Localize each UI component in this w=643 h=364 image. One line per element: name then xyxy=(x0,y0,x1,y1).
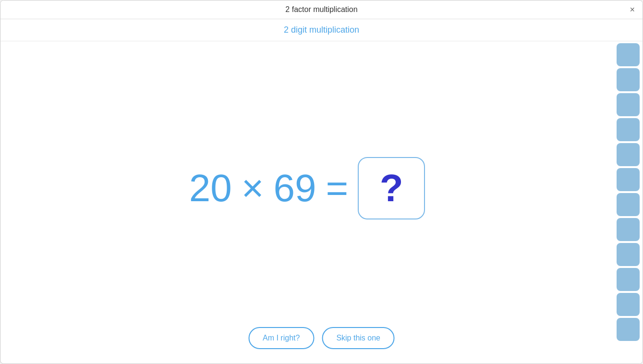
answer-box[interactable]: ? xyxy=(358,157,425,219)
multiply-operator: × xyxy=(242,166,264,210)
sidebar-tile[interactable] xyxy=(617,118,640,141)
main-content: 20 × 69 = ? Am I right? Skip this one xyxy=(0,41,643,364)
sidebar-tile[interactable] xyxy=(617,143,640,166)
sidebar-tile[interactable] xyxy=(617,318,640,341)
buttons-area: Am I right? Skip this one xyxy=(248,327,395,349)
skip-button[interactable]: Skip this one xyxy=(322,327,395,349)
operand2: 69 xyxy=(274,166,316,210)
sidebar-tile[interactable] xyxy=(617,193,640,216)
sidebar-tile[interactable] xyxy=(617,293,640,316)
sidebar-tile[interactable] xyxy=(617,243,640,266)
problem-area: 20 × 69 = ? Am I right? Skip this one xyxy=(0,41,614,364)
window-title: 2 factor multiplication xyxy=(285,5,357,14)
subtitle-bar: 2 digit multiplication xyxy=(0,19,643,41)
answer-placeholder: ? xyxy=(380,166,403,210)
app-window: 2 factor multiplication × 2 digit multip… xyxy=(0,0,643,364)
sidebar xyxy=(614,41,643,364)
equals-sign: = xyxy=(326,166,348,210)
sidebar-tile[interactable] xyxy=(617,68,640,91)
close-button[interactable]: × xyxy=(630,5,635,14)
sidebar-tile[interactable] xyxy=(617,268,640,291)
sidebar-tile[interactable] xyxy=(617,168,640,191)
am-i-right-button[interactable]: Am I right? xyxy=(248,327,314,349)
subtitle-text: 2 digit multiplication xyxy=(284,25,359,35)
sidebar-tile[interactable] xyxy=(617,43,640,66)
title-bar: 2 factor multiplication × xyxy=(0,0,643,19)
sidebar-tile[interactable] xyxy=(617,93,640,116)
sidebar-tile[interactable] xyxy=(617,218,640,241)
operand1: 20 xyxy=(189,166,232,210)
equation: 20 × 69 = ? xyxy=(189,157,425,219)
